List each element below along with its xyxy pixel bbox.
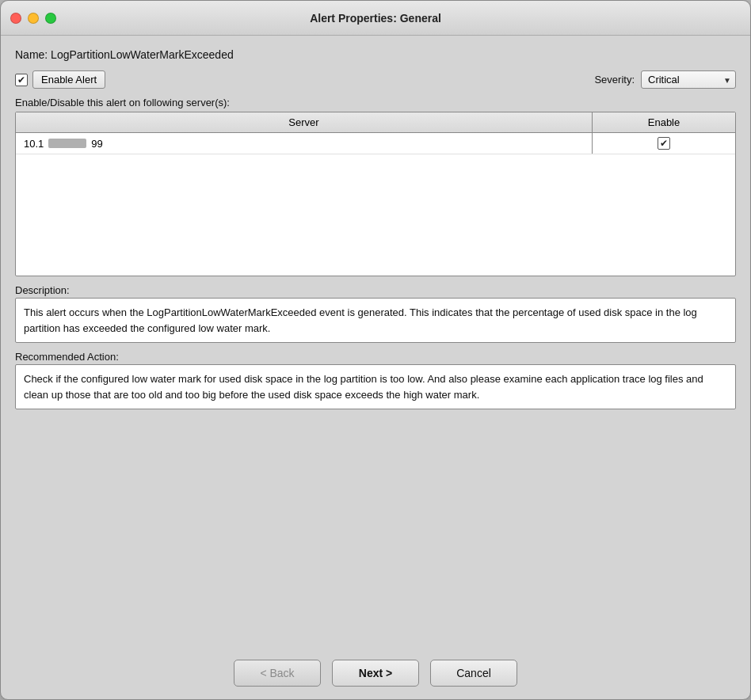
server-table: Server Enable 10.199 ✔ [15, 112, 736, 276]
recommended-action-label: Recommended Action: [15, 351, 736, 363]
description-text: This alert occurs when the LogPartitionL… [15, 298, 736, 343]
server-enable-checkbox[interactable]: ✔ [658, 137, 670, 150]
main-window: Alert Properties: General Name: LogParti… [0, 0, 751, 700]
table-row: 10.199 ✔ [16, 133, 735, 154]
content-area: Name: LogPartitionLowWaterMarkExceeded ✔… [1, 36, 750, 650]
server-ip-suffix: 99 [91, 138, 102, 150]
server-cell: 10.199 [16, 133, 593, 154]
minimize-button[interactable] [28, 13, 39, 24]
button-row: < Back Next > Cancel [1, 650, 750, 699]
description-section: Description: This alert occurs when the … [15, 284, 736, 343]
alert-name: Name: LogPartitionLowWaterMarkExceeded [15, 48, 736, 61]
table-body: 10.199 ✔ [16, 133, 735, 276]
severity-label: Severity: [594, 74, 635, 86]
window-controls [10, 13, 56, 24]
cancel-button[interactable]: Cancel [430, 660, 517, 687]
enable-alert-checkbox[interactable]: ✔ [15, 74, 28, 86]
severity-select-wrapper[interactable]: Critical Warning Informational [641, 70, 736, 89]
col-header-enable: Enable [593, 112, 735, 132]
close-button[interactable] [10, 13, 21, 24]
table-header: Server Enable [16, 112, 735, 133]
recommended-action-text: Check if the configured low water mark f… [15, 364, 736, 409]
server-ip-prefix: 10.1 [24, 138, 44, 150]
maximize-button[interactable] [45, 13, 56, 24]
titlebar: Alert Properties: General [1, 1, 750, 36]
severity-select[interactable]: Critical Warning Informational [641, 70, 736, 89]
severity-right: Severity: Critical Warning Informational [594, 70, 736, 89]
description-label: Description: [15, 284, 736, 296]
servers-section: Enable/Disable this alert on following s… [15, 97, 736, 276]
back-button[interactable]: < Back [234, 660, 321, 687]
enable-severity-row: ✔ Enable Alert Severity: Critical Warnin… [15, 70, 736, 89]
window-title: Alert Properties: General [310, 12, 441, 25]
enable-left: ✔ Enable Alert [15, 70, 105, 89]
server-check-icon: ✔ [660, 139, 668, 148]
ip-masked-bar [48, 139, 86, 148]
enable-cell[interactable]: ✔ [593, 133, 735, 154]
recommended-action-section: Recommended Action: Check if the configu… [15, 351, 736, 409]
enable-alert-button[interactable]: Enable Alert [32, 70, 105, 89]
servers-section-label: Enable/Disable this alert on following s… [15, 97, 736, 108]
col-header-server: Server [16, 112, 593, 132]
next-button[interactable]: Next > [332, 660, 419, 687]
check-icon: ✔ [17, 75, 25, 85]
